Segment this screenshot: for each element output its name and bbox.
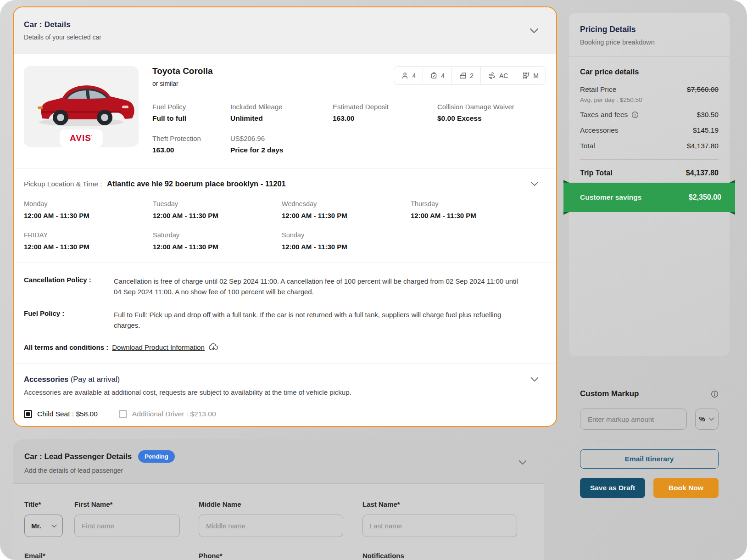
- pricing-title: Pricing Details: [580, 25, 719, 34]
- cancellation-policy-label: Cancellation Policy :: [24, 276, 114, 297]
- email-label: Email*: [24, 552, 45, 560]
- customer-savings-ribbon: Customer savings $2,350.00: [563, 183, 735, 212]
- ac-icon: [488, 72, 496, 79]
- last-name-field[interactable]: [362, 515, 517, 537]
- avg-per-day: Avg. per day : $250.50: [580, 96, 719, 103]
- accessory-additional-driver[interactable]: Additional Driver : $213.00: [119, 410, 216, 418]
- customer-savings-value: $2,350.00: [689, 193, 721, 202]
- markup-amount-input[interactable]: [580, 409, 687, 430]
- terms-label: All terms and conditions :: [24, 343, 108, 351]
- spec-transmission-value: M: [533, 72, 539, 79]
- spec-transmission: M: [515, 67, 546, 84]
- pricing-subtitle: Booking price breakdown: [580, 39, 719, 46]
- chevron-down-icon[interactable]: [518, 460, 527, 465]
- chevron-down-icon[interactable]: [530, 28, 539, 34]
- lead-passenger-subtitle: Add the details of lead passenger: [24, 467, 175, 474]
- terms-row: All terms and conditions : Download Prod…: [24, 342, 539, 352]
- luggage-icon: [430, 72, 438, 79]
- pickup-location: Atlantic ave hle 92 boerum place brookly…: [107, 179, 286, 188]
- pickup-section: Pickup Location & Time : Atlantic ave hl…: [14, 168, 556, 263]
- spec-ac-value: AC: [499, 72, 508, 79]
- checkbox-unchecked-icon[interactable]: [119, 410, 127, 418]
- lead-passenger-title: Car : Lead Passenger Details: [24, 452, 132, 461]
- accessories-subtitle: Accessories are available at additional …: [24, 388, 539, 396]
- last-name-label: Last Name*: [362, 500, 517, 508]
- taxes-row: Taxes and fees $30.50: [580, 111, 719, 119]
- title-field-label: Title*: [24, 500, 63, 508]
- day-thursday: Thursday12:00 AM - 11:30 PM: [411, 200, 540, 219]
- spec-luggage: 4: [423, 67, 452, 84]
- title-select[interactable]: Mr.: [24, 515, 63, 537]
- car-info-grid: Fuel Policy Full to full Included Mileag…: [152, 103, 546, 154]
- car-overview-section: AVISʼ Toyota Corolla or similar 4: [14, 54, 556, 168]
- save-as-draft-button[interactable]: Save as Draft: [580, 478, 645, 498]
- info-cdw: Collision Damage Waiver $0.00 Excess: [437, 103, 546, 123]
- status-badge: Pending: [138, 450, 174, 463]
- cancellation-policy-text: Cancellation is free of charge until 02 …: [114, 276, 523, 297]
- lead-passenger-header[interactable]: Car : Lead Passenger Details Pending Add…: [13, 439, 544, 484]
- chevron-down-icon[interactable]: [530, 181, 539, 186]
- day-monday: Monday12:00 AM - 11:30 PM: [24, 200, 153, 219]
- chevron-down-icon: [708, 417, 714, 421]
- spec-luggage-value: 4: [441, 72, 445, 79]
- fuel-policy-row: Fuel Policy : Full to Full: Pick up and …: [24, 309, 539, 331]
- markup-unit-select[interactable]: %: [695, 409, 719, 430]
- fuel-policy-label: Fuel Policy :: [24, 309, 114, 331]
- trip-total-row: Trip Total $4,137.80: [569, 160, 730, 177]
- first-name-field[interactable]: [74, 515, 180, 537]
- custom-markup-section: Custom Markup %: [569, 177, 730, 441]
- checkbox-checked-icon[interactable]: [24, 410, 32, 418]
- spec-passengers: 4: [394, 67, 423, 84]
- phone-label: Phone*: [199, 552, 223, 560]
- transmission-icon: [522, 72, 530, 79]
- day-sunday: Sunday12:00 AM - 11:30 PM: [282, 231, 411, 251]
- spec-passengers-value: 4: [412, 72, 416, 79]
- spec-doors: 2: [452, 67, 480, 84]
- info-fuel-policy: Fuel Policy Full to full: [152, 103, 230, 123]
- middle-name-field[interactable]: [199, 515, 343, 537]
- info-deposit: Estimated Deposit 163.00: [333, 103, 437, 123]
- customer-savings-label: Customer savings: [580, 193, 641, 202]
- day-saturday: Saturday12:00 AM - 11:30 PM: [153, 231, 282, 251]
- car-details-card: Car : Details Details of your selected c…: [13, 6, 557, 427]
- fuel-policy-text: Full to Full: Pick up and drop off with …: [114, 309, 523, 331]
- email-itinerary-button[interactable]: Email Itinerary: [580, 449, 719, 469]
- custom-markup-title: Custom Markup: [580, 389, 639, 398]
- total-row: Total $4,137.80: [580, 142, 719, 150]
- middle-name-label: Middle Name: [199, 500, 343, 508]
- info-theft-protection: Theft Protection 163.00: [152, 134, 230, 154]
- lead-passenger-card: Car : Lead Passenger Details Pending Add…: [13, 439, 544, 560]
- accessories-title: Accessories (Pay at arrival): [24, 375, 120, 384]
- car-spec-group: 4 4 2: [394, 66, 546, 85]
- spec-doors-value: 2: [470, 72, 474, 79]
- booking-screen: Car : Details Details of your selected c…: [0, 0, 747, 560]
- first-name-label: First Name*: [74, 500, 180, 508]
- download-product-info-link[interactable]: Download Product Information: [112, 343, 205, 351]
- pricing-header: Pricing Details Booking price breakdown: [569, 13, 730, 56]
- book-now-button[interactable]: Book Now: [653, 478, 719, 498]
- car-image: AVISʼ: [24, 66, 139, 147]
- accessories-price-row: Accessories $145.19: [580, 126, 719, 134]
- supplier-logo: AVISʼ: [60, 129, 103, 147]
- pricing-panel: Pricing Details Booking price breakdown …: [569, 13, 730, 356]
- chevron-down-icon[interactable]: [530, 377, 539, 382]
- day-friday: FRIDAY12:00 AM - 11:30 PM: [24, 231, 153, 251]
- info-price-days: US$206.96 Price for 2 days: [230, 134, 333, 154]
- door-icon: [459, 72, 467, 79]
- day-wednesday: Wednesday12:00 AM - 11:30 PM: [282, 200, 411, 219]
- pricing-actions: Email Itinerary Save as Draft Book Now: [569, 441, 730, 498]
- car-similar-note: or similar: [152, 80, 213, 87]
- cancellation-policy-row: Cancellation Policy : Cancellation is fr…: [24, 276, 539, 297]
- pickup-hours-grid: Monday12:00 AM - 11:30 PM Tuesday12:00 A…: [24, 200, 539, 251]
- cloud-download-icon[interactable]: [208, 342, 218, 352]
- car-details-header[interactable]: Car : Details Details of your selected c…: [14, 7, 556, 54]
- car-price-details-title: Car price details: [580, 67, 719, 76]
- chevron-down-icon: [51, 524, 57, 528]
- info-icon[interactable]: [631, 111, 639, 118]
- policies-section: Cancellation Policy : Cancellation is fr…: [14, 263, 556, 364]
- car-details-title: Car : Details: [24, 20, 101, 29]
- info-icon[interactable]: [711, 390, 719, 398]
- passenger-icon: [401, 72, 409, 79]
- info-mileage: Included Mileage Unlimited: [230, 103, 333, 123]
- accessory-child-seat[interactable]: Child Seat : $58.00: [24, 410, 98, 418]
